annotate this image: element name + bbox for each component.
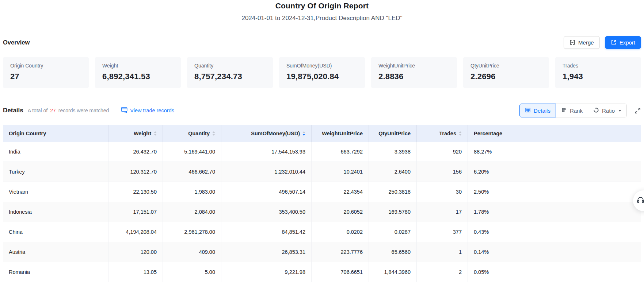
card-label: SumOfMoney(USD) [286, 63, 358, 69]
ratio-view-button[interactable]: Ratio [588, 104, 627, 117]
cell-percentage: 2.50% [468, 182, 641, 202]
card-label: Origin Country [10, 63, 81, 69]
cell-qtyunitprice: 1,844.3960 [369, 262, 417, 282]
export-icon [611, 39, 617, 45]
column-header-trades[interactable]: Trades [417, 125, 468, 142]
cell-weightunitprice: 22.4354 [312, 182, 369, 202]
sort-carets-icon [302, 131, 305, 136]
table-row: India26,432.705,169,441.0017,544,153.936… [3, 142, 641, 162]
details-summary: Details A total of 27 records were match… [3, 107, 174, 114]
table-row: Romania13.055.009,221.98706.66511,844.39… [3, 262, 641, 282]
stat-card: Quantity 8,757,234.73 [187, 57, 273, 88]
cell-weight: 4,194,208.04 [108, 222, 163, 242]
cell-percentage: 88.27% [468, 142, 641, 162]
cell-weight: 120,312.70 [108, 162, 163, 182]
column-label: Quantity [188, 131, 210, 136]
cell-weight: 120.00 [108, 242, 163, 262]
rank-view-button[interactable]: Rank [556, 104, 588, 117]
overview-actions: Merge Export [564, 36, 641, 49]
cell-percentage: 0.43% [468, 222, 641, 242]
cell-trades: 156 [417, 162, 468, 182]
cell-origin-country: India [3, 142, 108, 162]
card-label: Trades [563, 63, 634, 69]
view-trade-records-label: View trade records [130, 108, 174, 113]
card-value: 2.8836 [378, 72, 450, 81]
details-table: Origin CountryWeightQuantitySumOfMoney(U… [3, 125, 641, 282]
cell-quantity: 5,169,441.00 [163, 142, 221, 162]
rank-view-label: Rank [570, 108, 583, 114]
cell-weight: 17,151.07 [108, 202, 163, 222]
column-label: Origin Country [9, 131, 46, 136]
merge-cells-icon [569, 39, 575, 45]
fullscreen-expand-icon[interactable] [634, 107, 641, 114]
table-row: Turkey120,312.70466,662.701,232,010.4410… [3, 162, 641, 182]
cell-origin-country: Romania [3, 262, 108, 282]
overview-bar: Overview Merge [3, 36, 641, 49]
cell-trades: 920 [417, 142, 468, 162]
column-header-weight[interactable]: Weight [108, 125, 163, 142]
cell-weightunitprice: 223.7776 [312, 242, 369, 262]
column-label: Percentage [474, 131, 502, 136]
column-label: QtyUnitPrice [378, 131, 411, 136]
cell-qtyunitprice: 250.3818 [369, 182, 417, 202]
donut-chart-icon [593, 107, 599, 114]
matched-suffix: records were matched [58, 108, 109, 113]
cell-trades: 1 [417, 242, 468, 262]
cell-quantity: 409.00 [163, 242, 221, 262]
cell-qtyunitprice: 65.6560 [369, 242, 417, 262]
column-label: Weight [134, 131, 151, 136]
table-row: Vietnam22,130.501,983.00496,507.1422.435… [3, 182, 641, 202]
overview-heading: Overview [3, 39, 30, 46]
trade-records-icon [121, 107, 127, 114]
page-title: Country Of Origin Report [3, 0, 641, 10]
cell-qtyunitprice: 169.5780 [369, 202, 417, 222]
table-row: Indonesia17,151.072,084.00353,400.5020.6… [3, 202, 641, 222]
cell-quantity: 5.00 [163, 262, 221, 282]
stat-card: Trades 1,943 [555, 57, 641, 88]
headset-icon [636, 196, 644, 206]
matched-prefix: A total of [28, 108, 47, 113]
cell-quantity: 1,983.00 [163, 182, 221, 202]
table-row: Austria120.00409.0026,853.31223.777665.6… [3, 242, 641, 262]
stat-card: WeightUnitPrice 2.8836 [371, 57, 457, 88]
details-view-button[interactable]: Details [519, 104, 556, 117]
cell-weightunitprice: 10.2401 [312, 162, 369, 182]
stat-card: QtyUnitPrice 2.2696 [463, 57, 549, 88]
card-value: 19,875,020.84 [286, 72, 358, 81]
cell-quantity: 2,961,278.00 [163, 222, 221, 242]
table-grid-icon [525, 107, 531, 114]
sort-carets-icon [459, 131, 462, 136]
cell-weight: 13.05 [108, 262, 163, 282]
cell-sumofmoney-usd: 17,544,153.93 [221, 142, 312, 162]
sort-carets-icon [212, 131, 215, 136]
export-button[interactable]: Export [605, 36, 641, 49]
cell-sumofmoney-usd: 84,851.42 [221, 222, 312, 242]
cell-trades: 377 [417, 222, 468, 242]
cell-trades: 30 [417, 182, 468, 202]
stat-card: Weight 6,892,341.53 [95, 57, 181, 88]
details-bar: Details A total of 27 records were match… [3, 103, 641, 118]
overview-cards: Origin Country 27 Weight 6,892,341.53 Qu… [3, 57, 641, 88]
cell-weightunitprice: 663.7292 [312, 142, 369, 162]
details-view-label: Details [534, 108, 550, 114]
cell-origin-country: Turkey [3, 162, 108, 182]
cell-sumofmoney-usd: 353,400.50 [221, 202, 312, 222]
view-trade-records-link[interactable]: View trade records [121, 107, 174, 114]
merge-button-label: Merge [578, 39, 594, 46]
column-header-sumofmoney-usd[interactable]: SumOfMoney(USD) [221, 125, 312, 142]
card-value: 2.2696 [470, 72, 542, 81]
column-header-quantity[interactable]: Quantity [163, 125, 221, 142]
vertical-divider [115, 108, 115, 113]
view-mode-controls: Details Rank [519, 104, 641, 117]
stat-card: SumOfMoney(USD) 19,875,020.84 [279, 57, 365, 88]
view-mode-group: Details Rank [519, 104, 627, 117]
column-label: Trades [439, 131, 456, 136]
matched-count: 27 [50, 108, 56, 113]
cell-sumofmoney-usd: 26,853.31 [221, 242, 312, 262]
cell-sumofmoney-usd: 9,221.98 [221, 262, 312, 282]
cell-percentage: 0.14% [468, 242, 641, 262]
stat-card: Origin Country 27 [3, 57, 89, 88]
cell-percentage: 0.05% [468, 262, 641, 282]
merge-button[interactable]: Merge [564, 36, 600, 49]
cell-origin-country: Austria [3, 242, 108, 262]
